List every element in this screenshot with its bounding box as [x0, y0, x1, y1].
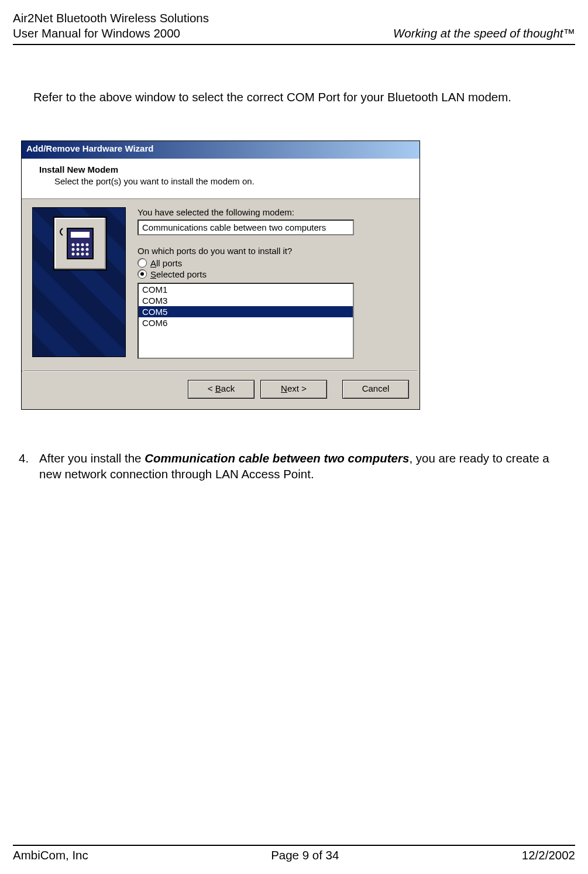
svg-point-4	[81, 243, 84, 246]
list-item[interactable]: COM6	[139, 317, 353, 328]
svg-point-5	[86, 243, 89, 246]
list-item[interactable]: COM1	[139, 284, 353, 295]
dialog-titlebar[interactable]: Add/Remove Hardware Wizard	[22, 141, 419, 159]
header-tagline: Working at the speed of thought™	[393, 26, 575, 40]
svg-point-3	[77, 243, 80, 246]
svg-point-11	[77, 252, 80, 255]
ports-question-label: On which ports do you want to install it…	[137, 246, 409, 256]
radio-selected-ports-label: Selected ports	[150, 269, 207, 279]
product-name: Air2Net Bluetooth Wireless Solutions	[13, 11, 209, 26]
wizard-body: You have selected the following modem: C…	[22, 199, 419, 371]
svg-point-9	[86, 248, 89, 251]
footer-date: 12/2/2002	[522, 848, 575, 862]
wizard-sidebar-graphic	[32, 207, 126, 357]
wizard-form-area: You have selected the following modem: C…	[137, 207, 409, 359]
wizard-header: Install New Modem Select the port(s) you…	[22, 159, 419, 199]
radio-icon	[137, 269, 147, 279]
svg-point-10	[72, 252, 75, 255]
manual-title: User Manual for Windows 2000	[13, 26, 209, 41]
svg-point-6	[72, 248, 75, 251]
add-remove-hardware-wizard: Add/Remove Hardware Wizard Install New M…	[21, 140, 420, 410]
list-item[interactable]: COM3	[139, 295, 353, 306]
footer-divider	[13, 845, 575, 846]
page-header: Air2Net Bluetooth Wireless Solutions Use…	[13, 11, 575, 40]
cancel-button[interactable]: Cancel	[342, 380, 409, 399]
wizard-heading: Install New Modem	[39, 164, 411, 174]
modem-icon	[53, 217, 107, 270]
header-divider	[13, 44, 575, 45]
list-item[interactable]: COM5	[139, 306, 353, 317]
intro-paragraph: Refer to the above window to select the …	[33, 90, 575, 105]
svg-point-13	[86, 252, 89, 255]
ports-listbox[interactable]: COM1 COM3 COM5 COM6	[137, 283, 354, 359]
step-4-text: After you install the Communication cabl…	[39, 451, 575, 482]
radio-selected-ports[interactable]: Selected ports	[137, 269, 409, 279]
footer-company: AmbiCom, Inc	[13, 848, 88, 862]
header-left: Air2Net Bluetooth Wireless Solutions Use…	[13, 11, 209, 40]
selected-modem-label: You have selected the following modem:	[137, 207, 409, 217]
svg-rect-1	[71, 232, 90, 238]
step-4: 4. After you install the Communication c…	[19, 451, 575, 482]
svg-point-8	[81, 248, 84, 251]
selected-modem-field: Communications cable between two compute…	[137, 220, 354, 235]
svg-point-12	[81, 252, 84, 255]
next-button[interactable]: Next >	[260, 380, 327, 399]
wizard-subheading: Select the port(s) you want to install t…	[54, 176, 411, 186]
wizard-button-row: < Back Next > Cancel	[22, 372, 419, 409]
radio-all-ports-label: All ports	[150, 258, 182, 268]
step-number: 4.	[19, 451, 29, 482]
radio-icon	[137, 258, 147, 268]
svg-point-7	[77, 248, 80, 251]
back-button[interactable]: < Back	[188, 380, 255, 399]
footer-page-number: Page 9 of 34	[271, 848, 339, 862]
radio-all-ports[interactable]: All ports	[137, 258, 409, 268]
page-footer: AmbiCom, Inc Page 9 of 34 12/2/2002	[13, 841, 575, 862]
svg-point-2	[72, 243, 75, 246]
